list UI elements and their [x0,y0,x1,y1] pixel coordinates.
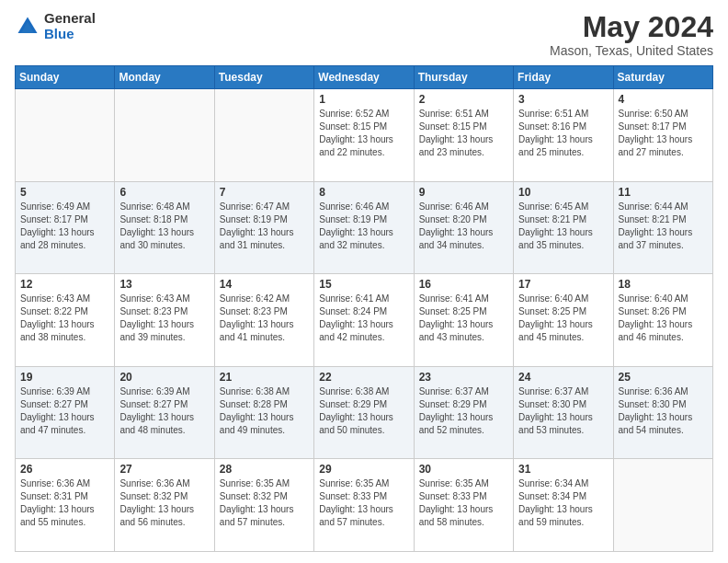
day-number: 23 [419,371,508,384]
calendar-week-row: 1Sunrise: 6:52 AM Sunset: 8:15 PM Daylig… [16,89,713,182]
table-row: 26Sunrise: 6:36 AM Sunset: 8:31 PM Dayli… [16,459,115,552]
table-row: 4Sunrise: 6:50 AM Sunset: 8:17 PM Daylig… [613,89,712,182]
day-info: Sunrise: 6:39 AM Sunset: 8:27 PM Dayligh… [119,385,209,437]
day-info: Sunrise: 6:48 AM Sunset: 8:18 PM Dayligh… [119,201,209,252]
day-number: 2 [419,93,508,106]
day-info: Sunrise: 6:40 AM Sunset: 8:26 PM Dayligh… [619,293,708,344]
table-row: 14Sunrise: 6:42 AM Sunset: 8:23 PM Dayli… [214,274,313,367]
day-info: Sunrise: 6:52 AM Sunset: 8:15 PM Dayligh… [319,108,408,159]
table-row: 19Sunrise: 6:39 AM Sunset: 8:27 PM Dayli… [16,366,115,459]
calendar-week-row: 12Sunrise: 6:43 AM Sunset: 8:22 PM Dayli… [16,274,713,367]
day-number: 28 [220,463,309,476]
day-number: 6 [119,186,209,199]
day-number: 25 [619,371,708,384]
day-number: 27 [119,463,209,476]
table-row: 15Sunrise: 6:41 AM Sunset: 8:24 PM Dayli… [314,274,414,367]
logo-icon [15,14,40,40]
day-number: 13 [119,278,209,291]
logo-blue-text: Blue [44,27,96,42]
table-row: 8Sunrise: 6:46 AM Sunset: 8:19 PM Daylig… [314,181,414,274]
col-monday: Monday [115,66,214,89]
day-number: 9 [419,186,508,199]
table-row: 31Sunrise: 6:34 AM Sunset: 8:34 PM Dayli… [514,459,613,552]
day-number: 5 [20,186,109,199]
day-number: 11 [619,186,708,199]
calendar-header-row: Sunday Monday Tuesday Wednesday Thursday… [16,66,713,89]
table-row: 23Sunrise: 6:37 AM Sunset: 8:29 PM Dayli… [414,366,513,459]
table-row: 1Sunrise: 6:52 AM Sunset: 8:15 PM Daylig… [314,89,414,182]
day-number: 7 [220,186,309,199]
day-info: Sunrise: 6:36 AM Sunset: 8:31 PM Dayligh… [20,477,109,529]
day-number: 21 [220,371,309,384]
title-block: May 2024 Mason, Texas, United States [550,11,713,58]
day-info: Sunrise: 6:40 AM Sunset: 8:25 PM Dayligh… [518,293,608,344]
calendar-week-row: 5Sunrise: 6:49 AM Sunset: 8:17 PM Daylig… [16,181,713,274]
day-number: 8 [319,186,408,199]
day-number: 3 [518,93,608,106]
day-number: 18 [619,278,708,291]
day-info: Sunrise: 6:43 AM Sunset: 8:23 PM Dayligh… [119,293,209,344]
table-row: 3Sunrise: 6:51 AM Sunset: 8:16 PM Daylig… [514,89,613,182]
day-number: 31 [518,463,608,476]
table-row: 28Sunrise: 6:35 AM Sunset: 8:32 PM Dayli… [214,459,313,552]
day-info: Sunrise: 6:50 AM Sunset: 8:17 PM Dayligh… [619,108,708,159]
day-info: Sunrise: 6:44 AM Sunset: 8:21 PM Dayligh… [619,201,708,252]
table-row [613,459,712,552]
calendar-title: May 2024 [550,11,713,43]
table-row: 29Sunrise: 6:35 AM Sunset: 8:33 PM Dayli… [314,459,414,552]
table-row: 7Sunrise: 6:47 AM Sunset: 8:19 PM Daylig… [214,181,313,274]
table-row [214,89,313,182]
day-number: 19 [20,371,109,384]
table-row: 16Sunrise: 6:41 AM Sunset: 8:25 PM Dayli… [414,274,513,367]
day-number: 26 [20,463,109,476]
table-row: 25Sunrise: 6:36 AM Sunset: 8:30 PM Dayli… [613,366,712,459]
day-info: Sunrise: 6:51 AM Sunset: 8:15 PM Dayligh… [419,108,508,159]
table-row [115,89,214,182]
day-number: 30 [419,463,508,476]
day-number: 29 [319,463,408,476]
header: General Blue May 2024 Mason, Texas, Unit… [15,11,713,58]
col-sunday: Sunday [16,66,115,89]
day-number: 10 [518,186,608,199]
day-number: 16 [419,278,508,291]
day-info: Sunrise: 6:45 AM Sunset: 8:21 PM Dayligh… [518,201,608,252]
day-number: 22 [319,371,408,384]
logo-general-text: General [44,11,96,27]
table-row: 27Sunrise: 6:36 AM Sunset: 8:32 PM Dayli… [115,459,214,552]
table-row: 5Sunrise: 6:49 AM Sunset: 8:17 PM Daylig… [16,181,115,274]
day-info: Sunrise: 6:38 AM Sunset: 8:29 PM Dayligh… [319,385,408,437]
day-info: Sunrise: 6:49 AM Sunset: 8:17 PM Dayligh… [20,201,109,252]
logo: General Blue [15,11,96,41]
col-friday: Friday [514,66,613,89]
day-number: 14 [220,278,309,291]
day-info: Sunrise: 6:46 AM Sunset: 8:20 PM Dayligh… [419,201,508,252]
table-row: 21Sunrise: 6:38 AM Sunset: 8:28 PM Dayli… [214,366,313,459]
table-row: 11Sunrise: 6:44 AM Sunset: 8:21 PM Dayli… [613,181,712,274]
col-wednesday: Wednesday [314,66,414,89]
logo-text: General Blue [44,11,96,41]
table-row: 13Sunrise: 6:43 AM Sunset: 8:23 PM Dayli… [115,274,214,367]
table-row: 10Sunrise: 6:45 AM Sunset: 8:21 PM Dayli… [514,181,613,274]
day-number: 12 [20,278,109,291]
day-info: Sunrise: 6:36 AM Sunset: 8:32 PM Dayligh… [119,477,209,529]
day-info: Sunrise: 6:35 AM Sunset: 8:33 PM Dayligh… [419,477,508,529]
calendar-table: Sunday Monday Tuesday Wednesday Thursday… [15,65,713,552]
table-row: 12Sunrise: 6:43 AM Sunset: 8:22 PM Dayli… [16,274,115,367]
table-row: 2Sunrise: 6:51 AM Sunset: 8:15 PM Daylig… [414,89,513,182]
table-row: 20Sunrise: 6:39 AM Sunset: 8:27 PM Dayli… [115,366,214,459]
day-number: 24 [518,371,608,384]
day-number: 20 [119,371,209,384]
table-row: 18Sunrise: 6:40 AM Sunset: 8:26 PM Dayli… [613,274,712,367]
day-number: 4 [619,93,708,106]
table-row: 30Sunrise: 6:35 AM Sunset: 8:33 PM Dayli… [414,459,513,552]
day-info: Sunrise: 6:37 AM Sunset: 8:29 PM Dayligh… [419,385,508,437]
day-info: Sunrise: 6:38 AM Sunset: 8:28 PM Dayligh… [220,385,309,437]
table-row: 6Sunrise: 6:48 AM Sunset: 8:18 PM Daylig… [115,181,214,274]
table-row [16,89,115,182]
day-number: 15 [319,278,408,291]
calendar-location: Mason, Texas, United States [550,43,713,58]
table-row: 24Sunrise: 6:37 AM Sunset: 8:30 PM Dayli… [514,366,613,459]
day-info: Sunrise: 6:36 AM Sunset: 8:30 PM Dayligh… [619,385,708,437]
col-saturday: Saturday [613,66,712,89]
day-info: Sunrise: 6:37 AM Sunset: 8:30 PM Dayligh… [518,385,608,437]
